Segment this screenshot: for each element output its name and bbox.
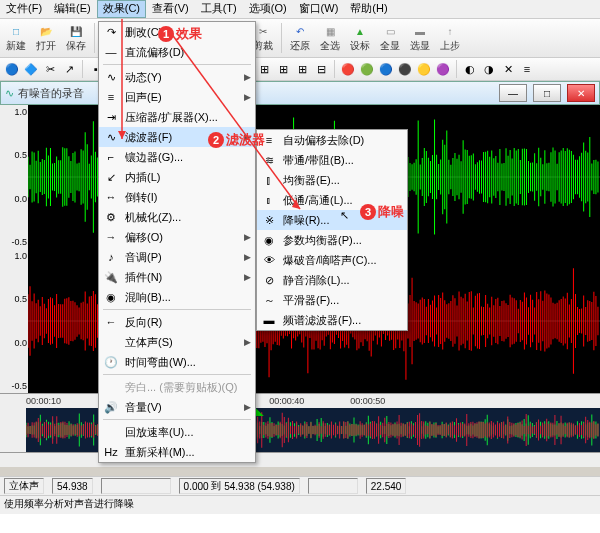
tool2-3-icon[interactable]: ↗ bbox=[61, 61, 77, 77]
menu-item-icon: ≡ bbox=[103, 89, 119, 105]
overview-waveform[interactable] bbox=[0, 408, 600, 452]
menu-item[interactable]: 立体声(S)▶ bbox=[99, 332, 255, 352]
menu-item[interactable]: ⚙机械化(Z)... bbox=[99, 207, 255, 227]
tool2-2-icon[interactable]: ✂ bbox=[42, 61, 58, 77]
menu-item-icon bbox=[103, 334, 119, 350]
menu-item[interactable]: ♪音调(P)▶ bbox=[99, 247, 255, 267]
close-button[interactable]: ✕ bbox=[567, 84, 595, 102]
document-area: ∿ 有噪音的录音 — □ ✕ 1.00.50.0-0.5 1.00.50.0-0… bbox=[0, 81, 600, 476]
menu-item[interactable]: ◉参数均衡器(P)... bbox=[257, 230, 407, 250]
submenu-arrow-icon: ▶ bbox=[244, 232, 251, 242]
menu-item-icon: 🔌 bbox=[103, 269, 119, 285]
menu-item-icon: ∿ bbox=[103, 129, 119, 145]
menu-item[interactable]: ↔倒转(I) bbox=[99, 187, 255, 207]
menu-file[interactable]: 文件(F) bbox=[0, 0, 48, 18]
menu-item[interactable]: ⌐镶边器(G)... bbox=[99, 147, 255, 167]
menu-item[interactable]: —直流偏移(D) bbox=[99, 42, 255, 62]
tool2-18-icon[interactable]: ⊟ bbox=[313, 61, 329, 77]
menu-item-icon: ▬ bbox=[261, 312, 277, 328]
tool2-16-icon[interactable]: ⊞ bbox=[275, 61, 291, 77]
menu-item[interactable]: 🔌插件(N)▶ bbox=[99, 267, 255, 287]
menu-item-icon: ≋ bbox=[261, 152, 277, 168]
menu-item[interactable]: ◉混响(B)... bbox=[99, 287, 255, 307]
tool2-28-icon[interactable]: ◑ bbox=[481, 61, 497, 77]
selall-button[interactable]: ▦全选 bbox=[316, 21, 344, 55]
tool2-30-icon[interactable]: ≡ bbox=[519, 61, 535, 77]
menu-item[interactable]: ▬频谱滤波器(F)... bbox=[257, 310, 407, 330]
menu-tools[interactable]: 工具(T) bbox=[195, 0, 243, 18]
menu-item[interactable]: →偏移(O)▶ bbox=[99, 227, 255, 247]
tool2-22-icon[interactable]: 🔵 bbox=[378, 61, 394, 77]
menu-item-icon: ～ bbox=[261, 292, 277, 308]
menu-item-icon bbox=[103, 424, 119, 440]
main-toolbar: □新建📂打开💾保存📋粘新≋混音⇄替换✕删除✂剪裁↶还原▦全选▲设标▭全显▬选显↑… bbox=[0, 19, 600, 58]
menu-item[interactable]: ～平滑器(F)... bbox=[257, 290, 407, 310]
menu-item[interactable]: 🕐时间弯曲(W)... bbox=[99, 352, 255, 372]
menu-item-icon: ♪ bbox=[103, 249, 119, 265]
tool2-1-icon[interactable]: 🔷 bbox=[23, 61, 39, 77]
undo-button[interactable]: ↶还原 bbox=[286, 21, 314, 55]
menu-window[interactable]: 窗口(W) bbox=[293, 0, 345, 18]
menu-item-icon: ◉ bbox=[103, 289, 119, 305]
menu-item[interactable]: ∿动态(Y)▶ bbox=[99, 67, 255, 87]
tool2-0-icon[interactable]: 🔵 bbox=[4, 61, 20, 77]
menu-help[interactable]: 帮助(H) bbox=[344, 0, 393, 18]
mark-button[interactable]: ▲设标 bbox=[346, 21, 374, 55]
menu-item-icon: ※ bbox=[261, 212, 277, 228]
yaxis-ch1: 1.00.50.0-0.5 bbox=[0, 105, 28, 249]
tool2-17-icon[interactable]: ⊞ bbox=[294, 61, 310, 77]
up-icon: ↑ bbox=[442, 23, 458, 39]
status-length: 54.938 bbox=[52, 478, 93, 494]
menu-item: 旁白... (需要剪贴板)(Q) bbox=[99, 377, 255, 397]
menu-item[interactable]: 🔊音量(V)▶ bbox=[99, 397, 255, 417]
menu-item[interactable]: ≡自动偏移去除(D) bbox=[257, 130, 407, 150]
minimize-button[interactable]: — bbox=[499, 84, 527, 102]
tool2-21-icon[interactable]: 🟢 bbox=[359, 61, 375, 77]
menu-edit[interactable]: 编辑(E) bbox=[48, 0, 97, 18]
status-position: 22.540 bbox=[366, 478, 407, 494]
menu-item-icon: ≡ bbox=[261, 132, 277, 148]
tool2-23-icon[interactable]: ⚫ bbox=[397, 61, 413, 77]
menu-item[interactable]: ↷删改(C) bbox=[99, 22, 255, 42]
menu-item[interactable]: Hz重新采样(M)... bbox=[99, 442, 255, 462]
menu-view[interactable]: 查看(V) bbox=[146, 0, 195, 18]
menu-item[interactable]: 回放速率(U)... bbox=[99, 422, 255, 442]
tool2-15-icon[interactable]: ⊞ bbox=[256, 61, 272, 77]
menu-item[interactable]: ≡回声(E)▶ bbox=[99, 87, 255, 107]
menu-item[interactable]: ※降噪(R)... bbox=[257, 210, 407, 230]
tool2-25-icon[interactable]: 🟣 bbox=[435, 61, 451, 77]
showall-icon: ▭ bbox=[382, 23, 398, 39]
submenu-arrow-icon: ▶ bbox=[244, 272, 251, 282]
menu-item[interactable]: ⇥压缩器/扩展器(X)... bbox=[99, 107, 255, 127]
maximize-button[interactable]: □ bbox=[533, 84, 561, 102]
document-titlebar: ∿ 有噪音的录音 — □ ✕ bbox=[0, 81, 600, 105]
menu-item-icon: ∿ bbox=[103, 69, 119, 85]
menu-item[interactable]: ∿滤波器(F)▶ bbox=[99, 127, 255, 147]
menu-item[interactable]: ↙内插(L) bbox=[99, 167, 255, 187]
menu-item[interactable]: ⊘静音消除(L)... bbox=[257, 270, 407, 290]
menu-item[interactable]: ⫿均衡器(E)... bbox=[257, 170, 407, 190]
tool2-29-icon[interactable]: ✕ bbox=[500, 61, 516, 77]
submenu-arrow-icon: ▶ bbox=[244, 72, 251, 82]
up-button[interactable]: ↑上步 bbox=[436, 21, 464, 55]
menu-item-icon: ↷ bbox=[103, 24, 119, 40]
save-button[interactable]: 💾保存 bbox=[62, 21, 90, 55]
showall-button[interactable]: ▭全显 bbox=[376, 21, 404, 55]
open-button[interactable]: 📂打开 bbox=[32, 21, 60, 55]
menu-item[interactable]: 👁爆破音/嘀嗒声(C)... bbox=[257, 250, 407, 270]
menu-options[interactable]: 选项(O) bbox=[243, 0, 293, 18]
selshow-button[interactable]: ▬选显 bbox=[406, 21, 434, 55]
hint-bar: 使用频率分析对声音进行降噪 bbox=[0, 495, 600, 514]
menu-item[interactable]: ←反向(R) bbox=[99, 312, 255, 332]
hscroll[interactable] bbox=[0, 452, 600, 467]
tool2-27-icon[interactable]: ◐ bbox=[462, 61, 478, 77]
tool2-24-icon[interactable]: 🟡 bbox=[416, 61, 432, 77]
new-button[interactable]: □新建 bbox=[2, 21, 30, 55]
menu-effects[interactable]: 效果(C) bbox=[97, 0, 146, 18]
menu-item[interactable]: ≋带通/带阻(B)... bbox=[257, 150, 407, 170]
tool2-20-icon[interactable]: 🔴 bbox=[340, 61, 356, 77]
menu-item-icon: — bbox=[103, 44, 119, 60]
menu-item-icon: ↙ bbox=[103, 169, 119, 185]
menu-item[interactable]: ⫾低通/高通(L)... bbox=[257, 190, 407, 210]
status-channels: 立体声 bbox=[4, 478, 44, 494]
